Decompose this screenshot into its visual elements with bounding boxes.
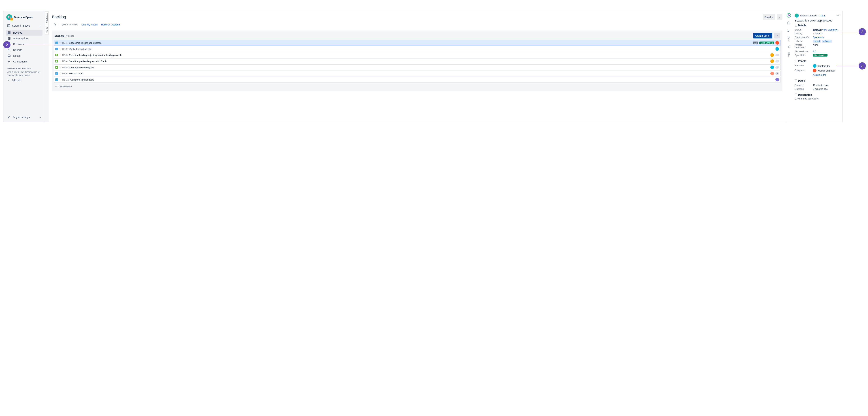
svg-point-20 [788, 15, 789, 16]
priority-label: Priority: [795, 32, 813, 35]
affects-value[interactable]: None [813, 43, 839, 49]
affects-label: Affects Version/s: [795, 43, 813, 49]
assignee-avatar-icon[interactable] [775, 41, 779, 45]
assignee-avatar-icon[interactable] [770, 59, 774, 63]
annotation-marker: 3 [859, 62, 866, 70]
chevron-down-icon: ⌄ [795, 79, 797, 82]
status-label: Status: [795, 28, 813, 31]
issue-key: TIS-5 [62, 66, 68, 69]
main-content: Backlog Board ⌄ ⤢ QUICK FILTERS: Only My… [49, 11, 786, 122]
issue-row[interactable]: ↑ TIS-10 Complete ignition tests [54, 77, 781, 82]
issue-row[interactable]: ↑ TIS-4 Send the pre-landing report to E… [54, 58, 781, 64]
shortcuts-heading: PROJECT SHORTCUTS [7, 67, 42, 70]
breadcrumb-project[interactable]: Teams in Space [800, 14, 817, 17]
search-input[interactable] [52, 22, 58, 27]
chevron-down-icon: ⌄ [771, 16, 773, 19]
fix-version-value[interactable]: 8.0 [813, 50, 839, 53]
status-value[interactable]: TO DO (View Workflow) [813, 28, 839, 31]
issue-type-icon [55, 66, 58, 69]
label-tag[interactable]: rocket [813, 40, 821, 43]
issue-summary: Cleanup the landing site [69, 66, 769, 69]
assignee-avatar-icon[interactable] [770, 66, 774, 69]
issue-row[interactable]: ↑ TIS-3 Enter the landing trajectory int… [54, 52, 781, 58]
issue-key: TIS-6 [62, 72, 68, 75]
sidebar-item-label: Reports [13, 48, 22, 51]
add-link-button[interactable]: ＋ Add link [6, 77, 42, 84]
project-settings-button[interactable]: Project settings « [6, 114, 42, 120]
priority-up-icon: ↑ [59, 66, 60, 69]
sidebar-item-label: Issues [13, 54, 21, 57]
assignee-avatar-icon[interactable] [770, 72, 774, 75]
issue-title[interactable]: Spaceship tracker app updates [795, 19, 839, 22]
epics-tab[interactable]: EPICS [45, 25, 49, 34]
board-dropdown-button[interactable]: Board ⌄ [763, 14, 775, 20]
create-sprint-button[interactable]: Create Sprint [753, 33, 772, 38]
info-tab[interactable] [786, 21, 792, 26]
sidebar-item-label: Components [13, 60, 28, 63]
reporter-value[interactable]: Captain Joe [813, 64, 839, 68]
issues-icon [7, 54, 11, 58]
svg-rect-9 [8, 37, 10, 39]
side-tabs: VERSIONS EPICS [45, 11, 49, 122]
epic-link-value[interactable]: Mars Landing [813, 54, 839, 57]
issue-type-icon [55, 54, 58, 56]
assignee-avatar-icon[interactable] [775, 47, 779, 51]
description-placeholder[interactable]: Click to add description [795, 97, 839, 100]
issue-key: TIS-3 [62, 54, 68, 57]
section-label: People [798, 60, 806, 63]
backlog-count: 7 issues [66, 34, 74, 37]
priority-up-icon: ↑ [59, 54, 60, 56]
issue-row[interactable]: ↑ TIS-1 Spaceship tracker app updates 8.… [54, 40, 781, 46]
issue-summary: Hire the team [69, 72, 769, 75]
attachments-tab[interactable] [786, 44, 792, 49]
issue-details-panel: Teams in Space / TIS-1 ••• Spaceship tra… [792, 11, 842, 122]
sidebar-item-components[interactable]: Components [6, 59, 42, 65]
view-workflow-link[interactable]: View Workflow [822, 28, 837, 31]
comments-tab[interactable]: 0 [786, 36, 792, 41]
labels-value[interactable]: rocketsoftware [813, 40, 839, 42]
sidebar-item-reports[interactable]: Reports [6, 47, 42, 53]
issue-row[interactable]: ↑ TIS-6 Hire the team 5 [54, 71, 781, 76]
dates-section-toggle[interactable]: ⌄Dates [795, 79, 839, 82]
section-label: Description [798, 93, 812, 96]
assignee-avatar-icon[interactable] [775, 78, 779, 81]
label-tag[interactable]: software [822, 40, 832, 43]
assign-to-me-link[interactable]: Assign to me [813, 73, 839, 76]
issue-summary: Enter the landing trajectory into the la… [69, 54, 769, 57]
backlog-more-button[interactable]: ••• [774, 33, 780, 38]
project-header[interactable]: Teams in Space [6, 14, 42, 20]
svg-point-16 [8, 117, 9, 118]
create-issue-button[interactable]: ＋ Create issue [54, 83, 781, 88]
checklist-tab[interactable]: 0 [786, 52, 792, 57]
description-tab[interactable] [786, 28, 792, 33]
filter-only-my-issues[interactable]: Only My Issues [82, 23, 98, 26]
breadcrumb-issue-key[interactable]: TIS-1 [819, 14, 825, 17]
description-section-toggle[interactable]: ⌄Description [795, 93, 839, 96]
backlog-icon [7, 31, 11, 34]
sidebar-item-active-sprints[interactable]: Active sprints [6, 36, 42, 41]
fullscreen-button[interactable]: ⤢ [777, 14, 782, 20]
sidebar-item-issues[interactable]: Issues [6, 53, 42, 59]
updated-label: Updated: [795, 88, 813, 90]
sidebar-item-backlog[interactable]: Backlog [6, 30, 42, 36]
priority-value[interactable]: ↑ Medium [813, 32, 839, 35]
sidebar: Teams in Space Scrum in Space ⌄ Backlog … [3, 11, 45, 122]
issue-more-button[interactable]: ••• [837, 14, 839, 17]
versions-tab[interactable]: VERSIONS [45, 11, 49, 25]
assignee-avatar-icon[interactable] [770, 53, 774, 57]
issue-row[interactable]: ↑ TIS-5 Cleanup the landing site 2 [54, 65, 781, 70]
issue-type-icon [55, 72, 58, 75]
board-selector[interactable]: Scrum in Space ⌄ [6, 23, 42, 28]
assignee-value[interactable]: Master Engineer [813, 69, 839, 72]
board-icon [7, 24, 10, 27]
issue-avatar-icon[interactable] [786, 13, 791, 18]
filter-recently-updated[interactable]: Recently Updated [101, 23, 120, 26]
issue-row[interactable]: ↑ TIS-2 Verify the landing site [54, 46, 781, 52]
people-section-toggle[interactable]: ⌄People [795, 60, 839, 63]
settings-label: Project settings [12, 116, 30, 118]
sidebar-item-releases[interactable]: Releases [6, 41, 42, 47]
components-value[interactable]: Spaceship [813, 36, 839, 39]
details-section-toggle[interactable]: ⌄Details [795, 24, 839, 27]
created-value: 13 minutes ago [813, 84, 839, 86]
collapse-sidebar-icon[interactable]: « [40, 116, 41, 118]
